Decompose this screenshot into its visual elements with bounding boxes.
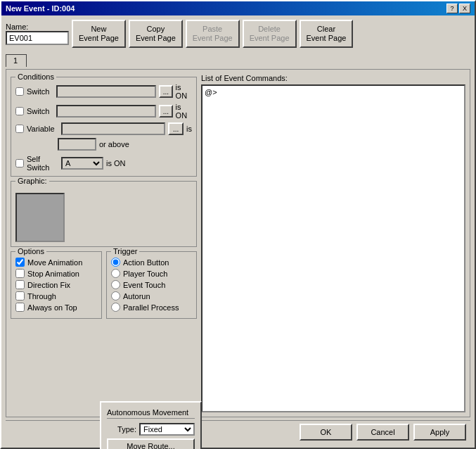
options-trigger-wrapper: Options Move Animation Stop Animation Di… bbox=[11, 251, 197, 319]
autonomous-title: Autonomous Movement bbox=[107, 408, 195, 419]
right-panel: List of Event Commands: @> bbox=[201, 74, 465, 412]
autorun-label: Autorun bbox=[123, 292, 150, 301]
always-on-top-row: Always on Top bbox=[15, 303, 97, 312]
player-touch-label: Player Touch bbox=[123, 270, 167, 278]
move-animation-label: Move Animation bbox=[27, 258, 82, 267]
action-button-row: Action Button bbox=[111, 258, 192, 267]
condition-switch2-row: Switch ... is ON bbox=[15, 103, 192, 120]
name-label: Name: bbox=[6, 23, 69, 31]
or-above-label: or above bbox=[99, 140, 129, 148]
switch1-checkbox[interactable] bbox=[15, 87, 24, 96]
new-event-page-button[interactable]: NewEvent Page bbox=[72, 20, 126, 48]
options-group: Options Move Animation Stop Animation Di… bbox=[11, 251, 102, 319]
cancel-button[interactable]: Cancel bbox=[356, 424, 409, 441]
switch2-checkbox[interactable] bbox=[15, 107, 24, 115]
help-button[interactable]: ? bbox=[446, 4, 458, 13]
conditions-title: Conditions bbox=[15, 72, 56, 81]
top-bar: Name: NewEvent Page CopyEvent Page Paste… bbox=[6, 20, 470, 48]
condition-variable-row: Variable ... is bbox=[15, 122, 192, 135]
event-touch-label: Event Touch bbox=[123, 281, 165, 289]
ok-button[interactable]: OK bbox=[300, 424, 352, 441]
stop-animation-row: Stop Animation bbox=[15, 269, 97, 278]
event-touch-row: Event Touch bbox=[111, 280, 192, 289]
window-content: Name: NewEvent Page CopyEvent Page Paste… bbox=[1, 15, 475, 448]
graphic-group: Graphic: Autonomous Movement Type: Fixed… bbox=[11, 181, 197, 247]
copy-event-page-button[interactable]: CopyEvent Page bbox=[129, 20, 183, 48]
event-touch-radio[interactable] bbox=[111, 280, 120, 289]
list-label: List of Event Commands: bbox=[201, 74, 465, 82]
switch1-suffix: is ON bbox=[176, 83, 192, 100]
switch1-browse-button[interactable]: ... bbox=[159, 85, 172, 98]
autorun-radio[interactable] bbox=[111, 291, 120, 301]
switch2-browse-button[interactable]: ... bbox=[159, 105, 172, 118]
self-switch-label: SelfSwitch bbox=[27, 155, 58, 172]
move-route-button[interactable]: Move Route... bbox=[107, 438, 195, 449]
move-animation-checkbox[interactable] bbox=[15, 258, 25, 267]
through-row: Through bbox=[15, 291, 97, 301]
event-commands-list[interactable]: @> bbox=[201, 84, 465, 412]
bottom-buttons: OK Cancel Apply bbox=[6, 420, 470, 443]
variable-label: Variable bbox=[27, 125, 58, 133]
self-switch-row: SelfSwitch A B C D is ON bbox=[15, 155, 192, 172]
conditions-group: Conditions Switch ... is ON Switch bbox=[11, 77, 197, 177]
action-button-label: Action Button bbox=[123, 258, 169, 267]
parallel-process-radio[interactable] bbox=[111, 303, 120, 312]
self-switch-suffix: is ON bbox=[106, 159, 126, 167]
or-above-row: or above bbox=[15, 138, 192, 151]
name-input[interactable] bbox=[6, 31, 69, 45]
player-touch-row: Player Touch bbox=[111, 269, 192, 278]
stop-animation-checkbox[interactable] bbox=[15, 269, 25, 278]
variable-browse-button[interactable]: ... bbox=[168, 122, 184, 135]
options-title: Options bbox=[15, 247, 46, 255]
always-on-top-checkbox[interactable] bbox=[15, 303, 25, 312]
trigger-title: Trigger bbox=[111, 247, 139, 255]
window-title: New Event - ID:004 bbox=[6, 4, 75, 13]
variable-is-suffix: is bbox=[186, 125, 192, 133]
close-button[interactable]: X bbox=[459, 4, 470, 13]
or-above-input[interactable] bbox=[58, 138, 96, 151]
switch1-label: Switch bbox=[27, 87, 53, 96]
main-window: New Event - ID:004 ? X Name: NewEvent Pa… bbox=[0, 0, 476, 449]
name-group: Name: bbox=[6, 23, 69, 45]
move-animation-row: Move Animation bbox=[15, 258, 97, 267]
switch1-input[interactable] bbox=[56, 85, 156, 98]
switch2-label: Switch bbox=[27, 107, 53, 115]
main-area: Conditions Switch ... is ON Switch bbox=[6, 69, 470, 417]
type-select[interactable]: Fixed Random Approach Custom bbox=[139, 423, 195, 436]
self-switch-select[interactable]: A B C D bbox=[61, 157, 103, 170]
stop-animation-label: Stop Animation bbox=[27, 270, 79, 278]
parallel-process-row: Parallel Process bbox=[111, 303, 192, 312]
direction-fix-label: Direction Fix bbox=[27, 281, 70, 289]
event-cmd-first: @> bbox=[205, 88, 217, 96]
trigger-group: Trigger Action Button Player Touch Event… bbox=[106, 251, 197, 319]
type-label: Type: bbox=[107, 425, 136, 434]
condition-switch1-row: Switch ... is ON bbox=[15, 83, 192, 100]
autorun-row: Autorun bbox=[111, 291, 192, 301]
clear-event-page-button[interactable]: ClearEvent Page bbox=[300, 20, 354, 48]
player-touch-radio[interactable] bbox=[111, 269, 120, 278]
direction-fix-checkbox[interactable] bbox=[15, 280, 25, 289]
title-bar-buttons: ? X bbox=[446, 4, 470, 13]
left-panel: Conditions Switch ... is ON Switch bbox=[11, 74, 197, 412]
auto-type-row: Type: Fixed Random Approach Custom bbox=[107, 423, 195, 436]
through-label: Through bbox=[27, 292, 56, 301]
always-on-top-label: Always on Top bbox=[27, 303, 77, 312]
graphic-preview[interactable] bbox=[15, 193, 65, 242]
apply-button[interactable]: Apply bbox=[413, 424, 466, 441]
action-button-radio[interactable] bbox=[111, 258, 120, 267]
switch2-suffix: is ON bbox=[176, 103, 192, 120]
self-switch-checkbox[interactable] bbox=[15, 159, 24, 167]
variable-checkbox[interactable] bbox=[15, 125, 24, 133]
tab-1[interactable]: 1 bbox=[6, 54, 27, 67]
delete-event-page-button[interactable]: DeleteEvent Page bbox=[243, 20, 297, 48]
title-bar: New Event - ID:004 ? X bbox=[1, 1, 475, 15]
tabs-area: 1 bbox=[6, 51, 470, 66]
through-checkbox[interactable] bbox=[15, 291, 25, 301]
paste-event-page-button[interactable]: PasteEvent Page bbox=[186, 20, 240, 48]
autonomous-movement-popup: Autonomous Movement Type: Fixed Random A… bbox=[100, 401, 202, 449]
variable-input[interactable] bbox=[61, 122, 165, 135]
direction-fix-row: Direction Fix bbox=[15, 280, 97, 289]
switch2-input[interactable] bbox=[56, 105, 156, 118]
graphic-label: Graphic: bbox=[15, 177, 49, 185]
parallel-process-label: Parallel Process bbox=[123, 303, 179, 312]
